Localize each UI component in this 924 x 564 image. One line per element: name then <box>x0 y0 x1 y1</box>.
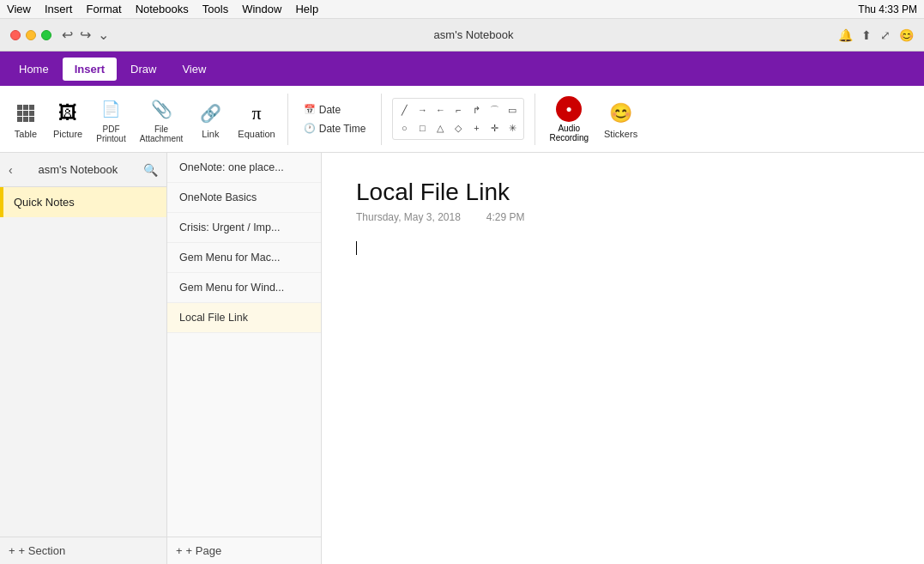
fullscreen-icon[interactable]: ⤢ <box>880 28 891 42</box>
add-section-button[interactable]: + + Section <box>0 537 166 564</box>
add-page-icon: + <box>176 544 183 557</box>
search-button[interactable]: 🔍 <box>143 163 158 177</box>
picture-button[interactable]: 🖼 Picture <box>48 96 88 143</box>
shapes-row-2: ○ □ △ ◇ + ✛ ✳ <box>396 120 520 136</box>
date-label: Date <box>319 104 341 116</box>
file-attachment-button[interactable]: 📎 FileAttachment <box>135 92 189 147</box>
crosshair-icon[interactable]: ✛ <box>486 120 502 136</box>
page-item-onenote-basics[interactable]: OneNote Basics <box>167 183 321 213</box>
tab-view[interactable]: View <box>170 58 218 81</box>
equation-icon: π <box>243 100 270 127</box>
notifications-icon[interactable]: 🔔 <box>838 28 853 42</box>
page-label: Gem Menu for Mac... <box>179 252 280 264</box>
notebook-title: asm's Notebook <box>38 163 118 176</box>
date-button[interactable]: 📅 Date <box>299 102 371 118</box>
arrow-right-icon[interactable]: → <box>414 102 430 118</box>
sidebar: ‹ asm's Notebook 🔍 Quick Notes + + Secti… <box>0 153 167 564</box>
note-title: Local File Link <box>356 179 890 206</box>
more-button[interactable]: ⌄ <box>98 27 109 43</box>
note-body[interactable] <box>356 240 890 498</box>
link-icon: 🔗 <box>196 100 224 127</box>
diamond-icon[interactable]: ◇ <box>450 120 466 136</box>
square-icon[interactable]: □ <box>414 120 430 136</box>
shapes-area: ╱ → ← ⌐ ↱ ⌒ ▭ ○ □ △ ◇ + ✛ ✳ <box>392 98 524 140</box>
page-item-gem-mac[interactable]: Gem Menu for Mac... <box>167 243 321 273</box>
audio-label: AudioRecording <box>549 124 589 143</box>
menu-format[interactable]: Format <box>86 3 121 15</box>
toolbar: Table 🖼 Picture 📄 PDFPrintout 📎 FileAtta… <box>0 86 924 153</box>
ellipse-icon[interactable]: ○ <box>396 120 412 136</box>
tab-home[interactable]: Home <box>7 58 61 81</box>
content-area[interactable]: Local File Link Thursday, May 3, 2018 4:… <box>322 153 924 564</box>
window-title: asm's Notebook <box>109 28 838 41</box>
close-button[interactable] <box>10 30 21 40</box>
star-icon[interactable]: ✳ <box>504 120 520 136</box>
add-section-label: + Section <box>19 544 66 557</box>
date-time-button[interactable]: 🕐 Date Time <box>299 121 371 136</box>
window-controls: ↩ ↪ ⌄ <box>62 27 109 43</box>
curve-icon[interactable]: ⌒ <box>486 102 502 118</box>
picture-label: Picture <box>53 129 82 139</box>
divider-2 <box>381 94 382 145</box>
arrow-left-icon[interactable]: ← <box>432 102 448 118</box>
attachment-icon: 📎 <box>148 95 175 123</box>
add-page-label: + Page <box>186 544 222 557</box>
plus-icon[interactable]: + <box>468 120 484 136</box>
undo-button[interactable]: ↩ <box>62 27 73 43</box>
rect-icon[interactable]: ▭ <box>504 102 520 118</box>
calendar-icon: 📅 <box>304 104 316 116</box>
maximize-button[interactable] <box>41 30 51 40</box>
window-right: 🔔 ⬆ ⤢ 😊 <box>838 28 914 42</box>
date-time-label: Date Time <box>319 123 366 135</box>
share-icon[interactable]: ⬆ <box>861 28 872 42</box>
menu-view[interactable]: View <box>7 3 31 15</box>
table-button[interactable]: Table <box>7 96 45 143</box>
divider-1 <box>287 94 288 145</box>
page-item-gem-wind[interactable]: Gem Menu for Wind... <box>167 273 321 303</box>
audio-recording-button[interactable]: ● AudioRecording <box>542 93 595 146</box>
pdf-label: PDFPrintout <box>96 124 125 143</box>
link-label: Link <box>202 129 219 139</box>
window-chrome: ↩ ↪ ⌄ asm's Notebook 🔔 ⬆ ⤢ 😊 <box>0 19 924 52</box>
table-icon <box>12 100 39 127</box>
minimize-button[interactable] <box>26 30 36 40</box>
corner-icon[interactable]: ⌐ <box>450 102 466 118</box>
menu-window[interactable]: Window <box>242 3 281 15</box>
note-date: Thursday, May 3, 2018 <box>356 211 461 223</box>
page-item-local-file-link[interactable]: Local File Link <box>167 303 321 333</box>
line-icon[interactable]: ╱ <box>396 102 412 118</box>
equation-button[interactable]: π Equation <box>233 96 280 143</box>
page-label: Crisis: Urgent / Imp... <box>179 221 280 233</box>
page-item-onenote-place[interactable]: OneNote: one place... <box>167 153 321 183</box>
menu-tools[interactable]: Tools <box>202 3 228 15</box>
pdf-printout-button[interactable]: 📄 PDFPrintout <box>91 92 130 147</box>
menu-time: Thu 4:33 PM <box>858 3 917 15</box>
note-meta: Thursday, May 3, 2018 4:29 PM <box>356 211 890 223</box>
attachment-label: FileAttachment <box>140 124 184 143</box>
record-icon: ● <box>556 96 582 122</box>
tab-draw[interactable]: Draw <box>118 58 168 81</box>
stickers-button[interactable]: 😊 Stickers <box>599 96 643 143</box>
elbow-icon[interactable]: ↱ <box>468 102 484 118</box>
link-button[interactable]: 🔗 Link <box>191 96 229 143</box>
table-label: Table <box>15 129 37 139</box>
traffic-lights <box>10 30 51 40</box>
menu-notebooks[interactable]: Notebooks <box>136 3 189 15</box>
collapse-sidebar-button[interactable]: ‹ <box>9 163 13 177</box>
note-time: 4:29 PM <box>486 211 525 223</box>
ribbon: Home Insert Draw View <box>0 52 924 86</box>
tab-insert[interactable]: Insert <box>63 58 117 81</box>
triangle-icon[interactable]: △ <box>432 120 448 136</box>
sidebar-header: ‹ asm's Notebook 🔍 <box>0 153 166 187</box>
add-section-icon: + <box>9 544 15 557</box>
stickers-label: Stickers <box>604 129 637 139</box>
picture-icon: 🖼 <box>54 100 82 127</box>
redo-button[interactable]: ↪ <box>80 27 91 43</box>
sidebar-item-label: Quick Notes <box>14 196 75 209</box>
add-page-button[interactable]: + + Page <box>167 537 321 564</box>
menu-help[interactable]: Help <box>295 3 318 15</box>
page-item-crisis-urgent[interactable]: Crisis: Urgent / Imp... <box>167 213 321 243</box>
menu-insert[interactable]: Insert <box>45 3 73 15</box>
user-icon[interactable]: 😊 <box>899 28 914 42</box>
sidebar-item-quick-notes[interactable]: Quick Notes <box>0 187 166 217</box>
